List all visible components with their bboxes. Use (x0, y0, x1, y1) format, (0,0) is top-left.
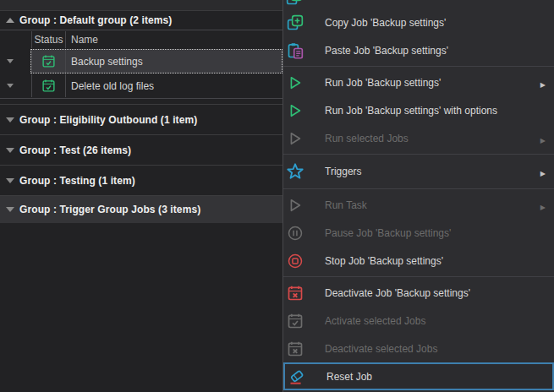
menu-item-activate-selected-jobs[interactable]: Activate selected Jobs (283, 307, 554, 335)
calendar-x-icon (286, 340, 304, 358)
job-table-header-row: Status Name (0, 30, 282, 49)
group-header-test[interactable]: Group : Test (26 items) (0, 134, 282, 165)
submenu-arrow-icon (537, 75, 546, 90)
menu-item-stop-job[interactable]: Stop Job 'Backup settings' (283, 247, 554, 275)
pause-icon (286, 224, 304, 242)
expand-arrow-icon[interactable] (6, 207, 14, 212)
menu-item-deactivate-selected-jobs[interactable]: Deactivate selected Jobs (283, 335, 554, 362)
expand-arrow-icon[interactable] (6, 148, 14, 153)
job-context-menu: Copy Job 'Backup settings' Paste Job 'Ba… (282, 0, 554, 392)
submenu-arrow-icon (537, 198, 546, 213)
submenu-arrow-icon (537, 164, 546, 179)
menu-item-run-job-with-options[interactable]: Run Job 'Backup settings' with options (283, 96, 554, 124)
status-column-header[interactable]: Status (31, 31, 65, 48)
eraser-icon (288, 368, 306, 386)
menu-item-reset-job[interactable]: Reset Job (283, 362, 554, 390)
group-header-default-group[interactable]: Group : Default group (2 items) (0, 11, 282, 30)
calendar-x-icon (286, 284, 304, 302)
panel-top-strip (0, 0, 282, 11)
group-header-eligibility-outbound[interactable]: Group : Eligibility Outbound (1 item) (0, 104, 282, 134)
menu-item-deactivate-job[interactable]: Deactivate Job 'Backup settings' (283, 279, 554, 307)
row-expander-icon[interactable] (7, 59, 14, 63)
menu-item-copy-job[interactable]: Copy Job 'Backup settings' (283, 8, 554, 36)
group-header-label: Group : Eligibility Outbound (1 item) (19, 114, 197, 126)
paste-icon (286, 41, 304, 60)
job-name[interactable]: Delete old log files (65, 74, 282, 97)
calendar-check-icon (286, 312, 304, 330)
collapse-arrow-icon[interactable] (6, 18, 14, 23)
row-expander-icon[interactable] (7, 84, 14, 88)
menu-item-triggers[interactable]: Triggers (283, 156, 554, 187)
expand-arrow-icon[interactable] (6, 117, 14, 122)
calendar-check-icon (41, 54, 56, 68)
job-row-delete-old-log-files[interactable]: Delete old log files (0, 74, 282, 98)
copy-icon (286, 14, 304, 32)
play-icon (286, 196, 304, 215)
name-column-header[interactable]: Name (65, 31, 282, 48)
play-icon (286, 74, 304, 92)
group-header-testing[interactable]: Group : Testing (1 item) (0, 165, 282, 195)
stop-icon (286, 252, 304, 270)
menu-item-run-task[interactable]: Run Task (283, 191, 554, 219)
group-header-label: Group : Test (26 items) (19, 144, 131, 156)
clipped-menu-item[interactable] (283, 0, 554, 8)
job-row-backup-settings[interactable]: Backup settings (0, 49, 282, 74)
job-table: Status Name Backup setting (0, 30, 282, 99)
play-icon (286, 129, 304, 148)
group-header-label: Group : Trigger Group Jobs (3 items) (19, 204, 200, 215)
play-icon (286, 101, 304, 120)
menu-item-paste-job[interactable]: Paste Job 'Backup settings' (283, 36, 554, 64)
menu-item-run-job[interactable]: Run Job 'Backup settings' (283, 68, 554, 96)
group-header-label: Group : Default group (2 items) (19, 14, 172, 26)
star-icon (286, 162, 304, 181)
job-group-panel: Group : Default group (2 items) Status N… (0, 0, 282, 392)
expand-arrow-icon[interactable] (6, 178, 14, 183)
calendar-check-icon (41, 79, 56, 93)
group-header-trigger-group-jobs[interactable]: Group : Trigger Group Jobs (3 items) (0, 195, 282, 223)
menu-item-pause-job[interactable]: Pause Job 'Backup settings' (283, 219, 554, 247)
submenu-arrow-icon (537, 131, 546, 146)
expander-column-header (0, 30, 30, 49)
menu-item-run-selected-jobs[interactable]: Run selected Jobs (283, 124, 554, 152)
app-window: Group : Default group (2 items) Status N… (0, 0, 554, 392)
group-header-label: Group : Testing (1 item) (19, 175, 135, 187)
job-name[interactable]: Backup settings (65, 50, 282, 73)
